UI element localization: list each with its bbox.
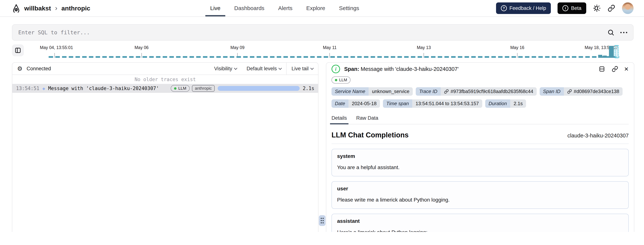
message-card-user: user Please write me a limerick about Py…: [332, 181, 629, 209]
default-levels-dropdown[interactable]: Default levels: [242, 63, 286, 75]
attr-trace-id: Trace ID #973fba5919cf9c618aafdb2635f68c…: [416, 87, 537, 96]
message-text: Please write me a limerick about Python …: [337, 196, 623, 204]
theme-toggle-icon[interactable]: [593, 4, 601, 12]
trace-duration: 2.1s: [302, 86, 314, 91]
tab-settings[interactable]: Settings: [339, 0, 359, 17]
attr-time-span: Time span 13:54:51.044 to 13:54:53.157: [383, 99, 482, 108]
breadcrumb: willbakst › anthropic: [12, 4, 90, 13]
more-options-icon[interactable]: [620, 32, 627, 33]
timeline-tick: May 16: [510, 45, 524, 50]
section-header: LLM Chat Completions claude-3-haiku-2024…: [332, 131, 629, 139]
feedback-help-label: Feedback / Help: [510, 6, 546, 11]
live-tail-dropdown[interactable]: Live tail: [286, 63, 318, 75]
gear-icon[interactable]: ⚙: [17, 65, 22, 72]
message-card-system: system You are a helpful assistant.: [332, 149, 629, 176]
main-content: ⚙ Connected Visibility Default levels Li…: [12, 62, 634, 232]
beta-button[interactable]: i Beta: [558, 3, 586, 14]
beta-label: Beta: [571, 6, 582, 11]
attr-duration: Duration 2.1s: [485, 99, 526, 108]
visibility-dropdown[interactable]: Visibility: [209, 63, 242, 75]
message-text: You are a helpful assistant.: [337, 164, 623, 171]
info-circle-icon: i: [332, 65, 340, 73]
feedback-help-button[interactable]: ? Feedback / Help: [496, 3, 551, 14]
user-avatar[interactable]: [622, 3, 634, 14]
span-attributes-row-1: Service Name unknown_service Trace ID #9…: [332, 87, 629, 96]
link-icon: [567, 89, 572, 94]
copy-link-icon[interactable]: [611, 65, 619, 73]
message-card-assistant: assistant Here's a limerick about Python…: [332, 214, 629, 232]
info-circle-icon: i: [562, 5, 568, 11]
search-icon[interactable]: [607, 29, 615, 36]
app-header: willbakst › anthropic Live Dashboards Al…: [0, 0, 644, 17]
timeline-tick: May 11: [323, 45, 337, 50]
llm-tag-badge: LLM: [332, 76, 350, 84]
timeline-tick: May 09: [230, 45, 244, 50]
link-icon: [444, 89, 449, 94]
chevron-down-icon: [310, 66, 314, 70]
sql-filter-placeholder: Enter SQL to filter...: [18, 29, 90, 36]
histogram-bar: [603, 56, 607, 58]
trace-list-header: ⚙ Connected Visibility Default levels Li…: [12, 63, 318, 75]
panel-resize-handle[interactable]: [319, 215, 326, 226]
span-detail-panel: i Span: Message with 'claude-3-haiku-202…: [326, 62, 634, 232]
close-icon[interactable]: ✕: [624, 66, 629, 72]
no-older-traces-message: No older traces exist: [12, 75, 318, 84]
tab-explore[interactable]: Explore: [306, 0, 325, 17]
breadcrumb-org[interactable]: willbakst: [24, 5, 51, 12]
tab-dashboards[interactable]: Dashboards: [234, 0, 264, 17]
histogram-bar: [598, 55, 602, 58]
share-link-icon[interactable]: [608, 4, 615, 12]
source-tag-badge: anthropic: [192, 85, 215, 92]
breadcrumb-separator-icon: ›: [55, 4, 58, 12]
trace-title: Message with 'claude-3-haiku-20240307': [48, 86, 159, 91]
tab-alerts[interactable]: Alerts: [278, 0, 292, 17]
timeline-tick: May 13: [417, 45, 431, 50]
trace-list-panel: ⚙ Connected Visibility Default levels Li…: [12, 62, 318, 232]
llm-tag-badge: LLM: [171, 85, 190, 92]
green-dot-icon: [335, 79, 337, 81]
timeline-selection[interactable]: [615, 45, 618, 58]
tab-details[interactable]: Details: [332, 115, 347, 124]
section-title: LLM Chat Completions: [332, 131, 409, 139]
tab-raw-data[interactable]: Raw Data: [356, 115, 378, 124]
main-nav: Live Dashboards Alerts Explore Settings: [210, 0, 359, 17]
attr-service-name: Service Name unknown_service: [332, 87, 413, 96]
tab-live[interactable]: Live: [210, 0, 220, 17]
trace-timestamp: 13:54:51: [16, 86, 39, 91]
timeline-tick: May 04, 13:55:01: [40, 45, 73, 50]
trace-row[interactable]: 13:54:51 ◆ Message with 'claude-3-haiku-…: [12, 84, 318, 93]
connection-status: Connected: [27, 66, 51, 72]
question-circle-icon: ?: [501, 5, 507, 11]
sidebar-toggle-button[interactable]: [12, 44, 24, 56]
filter-row: Enter SQL to filter...: [0, 17, 644, 41]
message-text: Here's a limerick about Python logging:: [337, 228, 623, 232]
span-attributes-row-2: Date 2024-05-18 Time span 13:54:51.044 t…: [332, 99, 629, 108]
header-actions: ? Feedback / Help i Beta: [496, 3, 634, 14]
histogram-bar-spike: [609, 46, 614, 58]
grip-dots-icon: [320, 217, 324, 224]
logfire-logo-icon[interactable]: [12, 4, 20, 13]
span-title: Span: Message with 'claude-3-haiku-20240…: [344, 66, 458, 72]
model-name: claude-3-haiku-20240307: [568, 133, 629, 139]
timeline-row: May 04, 13:55:01 May 06 May 09 May 11 Ma…: [12, 44, 634, 60]
divider: [332, 144, 629, 144]
timeline-tick: May 06: [134, 45, 148, 50]
green-dot-icon: [174, 87, 176, 90]
message-role: assistant: [337, 218, 623, 224]
span-diamond-icon: ◆: [42, 86, 45, 91]
sql-filter-input[interactable]: Enter SQL to filter...: [12, 24, 634, 41]
timeline-baseline: [49, 56, 619, 58]
trace-duration-bar: [218, 86, 300, 91]
detail-tabs: Details Raw Data: [332, 115, 629, 124]
message-role: system: [337, 153, 623, 159]
chevron-down-icon: [234, 66, 238, 70]
panel-gutter: [318, 62, 326, 232]
attr-date: Date 2024-05-18: [332, 99, 380, 108]
attr-span-id: Span ID #d08697de343ce138: [540, 87, 622, 96]
chevron-down-icon: [278, 66, 282, 70]
breadcrumb-project[interactable]: anthropic: [62, 5, 90, 12]
time-range-histogram[interactable]: May 04, 13:55:01 May 06 May 09 May 11 Ma…: [34, 44, 634, 60]
span-header: i Span: Message with 'claude-3-haiku-202…: [326, 63, 634, 75]
split-view-icon[interactable]: [598, 65, 606, 73]
message-role: user: [337, 186, 623, 192]
